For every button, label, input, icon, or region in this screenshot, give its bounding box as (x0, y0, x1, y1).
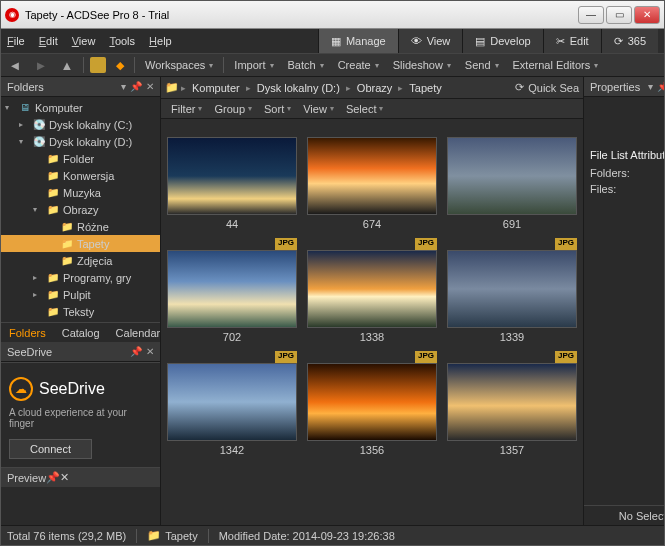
menu-view[interactable]: View (72, 35, 96, 47)
cloud-icon: ☁ (9, 377, 33, 401)
close-button[interactable]: ✕ (634, 6, 660, 24)
mode-develop[interactable]: ▤Develop (462, 29, 542, 53)
thumbnail-item[interactable]: JPG1339 (447, 238, 577, 343)
thumbnail-item[interactable]: 44 (167, 125, 297, 230)
pin-icon[interactable]: 📌 (130, 346, 142, 357)
nav-forward-button[interactable]: ► (31, 56, 51, 74)
tree-item[interactable]: ▸📁Pulpit (1, 286, 160, 303)
side-tab-calendar[interactable]: Calendar (108, 323, 169, 342)
menu-tools[interactable]: Tools (109, 35, 135, 47)
attr-folders: Folders:0 (590, 165, 665, 181)
thumbnail-item[interactable]: JPG1342 (167, 351, 297, 456)
pin-icon[interactable]: 📌 (657, 81, 665, 92)
thumbnail-item[interactable]: JPG1356 (307, 351, 437, 456)
mode-manage[interactable]: ▦Manage (318, 29, 398, 53)
attr-files: Files:76 (590, 181, 665, 197)
chevron-down-icon[interactable]: ▾ (648, 81, 653, 92)
folder-tree[interactable]: ▾🖥Komputer▸💽Dysk lokalny (C:)▾💽Dysk loka… (1, 97, 160, 322)
grid-icon: ▦ (331, 35, 341, 48)
status-folder: 📁Tapety (147, 529, 197, 542)
external-editors-dropdown[interactable]: External Editors (509, 59, 603, 71)
close-panel-icon[interactable]: ✕ (146, 346, 154, 357)
tree-item[interactable]: 📁Zdjęcia (1, 252, 160, 269)
mode-edit[interactable]: ✂Edit (543, 29, 601, 53)
folders-panel-title: Folders (7, 81, 44, 93)
thumbnail-label: 1338 (360, 331, 384, 343)
breadcrumb-item[interactable]: Tapety (405, 82, 445, 94)
breadcrumb-item[interactable]: Komputer (188, 82, 244, 94)
tree-item[interactable]: ▸💽Dysk lokalny (C:) (1, 116, 160, 133)
develop-icon: ▤ (475, 35, 485, 48)
import-dropdown[interactable]: Import (230, 59, 277, 71)
workspaces-dropdown[interactable]: Workspaces (141, 59, 217, 71)
menu-file[interactable]: File (7, 35, 25, 47)
tree-item[interactable]: 📁Różne (1, 218, 160, 235)
tree-item-label: Pulpit (63, 289, 91, 301)
close-panel-icon[interactable]: ✕ (60, 471, 69, 484)
tree-item[interactable]: 📁Folder (1, 150, 160, 167)
breadcrumb-item[interactable]: Dysk lokalny (D:) (253, 82, 344, 94)
tree-item[interactable]: ▸📁Programy, gry (1, 269, 160, 286)
chevron-down-icon[interactable]: ▾ (121, 81, 126, 92)
breadcrumb-item[interactable]: Obrazy (353, 82, 396, 94)
tree-item-label: Zdjęcia (77, 255, 112, 267)
tree-item[interactable]: ▾🖥Komputer (1, 99, 160, 116)
side-tab-catalog[interactable]: Catalog (54, 323, 108, 342)
seedrive-brand: SeeDrive (39, 380, 105, 398)
thumbnail-label: 702 (223, 331, 241, 343)
easy-select-icon[interactable] (90, 57, 106, 73)
thumbnail-item[interactable]: JPG1338 (307, 238, 437, 343)
side-tab-folders[interactable]: Folders (1, 323, 54, 342)
thumbnail-grid: 44674691JPG702JPG1338JPG1339JPG1342JPG13… (161, 119, 583, 525)
connect-button[interactable]: Connect (9, 439, 92, 459)
select-dropdown[interactable]: Select (342, 103, 388, 115)
folder-icon: 📁 (147, 529, 161, 542)
drive-icon: 💽 (32, 136, 46, 148)
thumbnail-item[interactable]: 674 (307, 125, 437, 230)
close-panel-icon[interactable]: ✕ (146, 81, 154, 92)
pin-icon[interactable]: 📌 (46, 471, 60, 484)
slideshow-dropdown[interactable]: Slideshow (389, 59, 455, 71)
minimize-button[interactable]: — (578, 6, 604, 24)
maximize-button[interactable]: ▭ (606, 6, 632, 24)
thumbnail-item[interactable]: JPG1357 (447, 351, 577, 456)
tree-item-label: Teksty (63, 306, 94, 318)
nav-up-button[interactable]: ▲ (57, 56, 77, 74)
menu-help[interactable]: Help (149, 35, 172, 47)
tag-icon[interactable]: ◆ (112, 57, 128, 73)
folder-icon: 📁 (46, 306, 60, 318)
tree-item[interactable]: 📁Muzyka (1, 184, 160, 201)
status-total: Total 76 items (29,2 MB) (7, 530, 126, 542)
create-dropdown[interactable]: Create (334, 59, 383, 71)
nav-back-button[interactable]: ◄ (5, 56, 25, 74)
view-dropdown[interactable]: View (299, 103, 338, 115)
send-dropdown[interactable]: Send (461, 59, 503, 71)
batch-dropdown[interactable]: Batch (284, 59, 328, 71)
seedrive-panel: ☁ SeeDrive A cloud experience at your fi… (1, 362, 160, 467)
sync-icon: ⟳ (614, 35, 623, 48)
eye-icon: 👁 (411, 35, 422, 47)
thumbnail-item[interactable]: JPG702 (167, 238, 297, 343)
filter-dropdown[interactable]: Filter (167, 103, 206, 115)
tree-item[interactable]: 📁Teksty (1, 303, 160, 320)
format-badge: JPG (555, 351, 577, 363)
file-list-attributes-title: File List Attributes (590, 149, 665, 161)
preview-panel-header: Preview 📌 ✕ (1, 467, 160, 487)
group-dropdown[interactable]: Group (210, 103, 256, 115)
properties-panel-header: Properties ▾ 📌 ✕ (584, 77, 665, 97)
quick-search[interactable]: ⟳Quick Sea (515, 81, 579, 94)
pin-icon[interactable]: 📌 (130, 81, 142, 92)
menu-edit[interactable]: Edit (39, 35, 58, 47)
thumbnail-label: 44 (226, 218, 238, 230)
tree-item[interactable]: 📁Konwersja (1, 167, 160, 184)
thumbnail-item[interactable]: 691 (447, 125, 577, 230)
mode-view[interactable]: 👁View (398, 29, 463, 53)
tree-item[interactable]: 📁Tapety (1, 235, 160, 252)
sort-dropdown[interactable]: Sort (260, 103, 295, 115)
tree-item[interactable]: ▾💽Dysk lokalny (D:) (1, 133, 160, 150)
breadcrumb-bar: 📁 ▸ Komputer▸ Dysk lokalny (D:)▸ Obrazy▸… (161, 77, 583, 99)
window-titlebar: ◉ Tapety - ACDSee Pro 8 - Trial — ▭ ✕ (1, 1, 664, 29)
tree-item-label: Obrazy (63, 204, 98, 216)
tree-item[interactable]: ▾📁Obrazy (1, 201, 160, 218)
mode-365[interactable]: ⟳365 (601, 29, 658, 53)
